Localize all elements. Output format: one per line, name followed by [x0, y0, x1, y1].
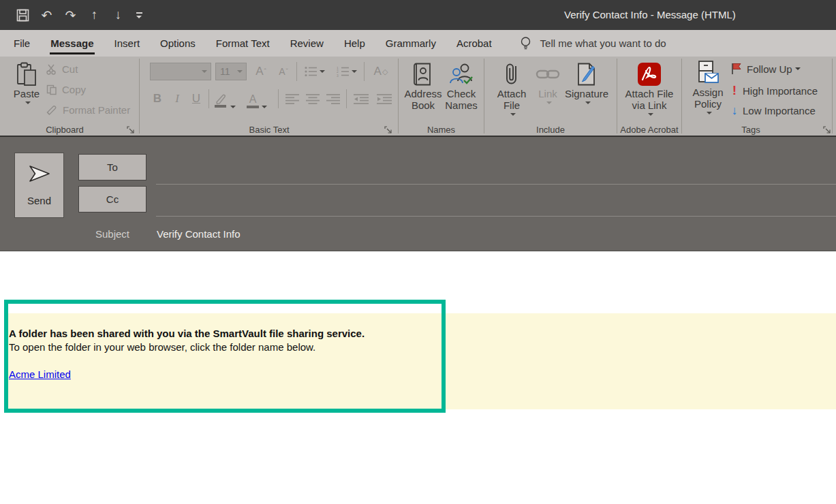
bold-button[interactable]: B	[150, 89, 165, 108]
tags-dialog-launcher-icon[interactable]	[823, 125, 832, 133]
format-painter-button[interactable]: Format Painter	[46, 104, 130, 116]
tab-help[interactable]: Help	[334, 30, 375, 57]
tab-message[interactable]: Message	[40, 30, 104, 57]
underline-button[interactable]: U	[188, 89, 204, 108]
control-separator	[278, 89, 279, 108]
basic-text-dialog-launcher-icon[interactable]	[384, 125, 393, 133]
follow-up-button[interactable]: Follow Up	[731, 63, 801, 75]
tab-file[interactable]: File	[3, 30, 40, 57]
move-down-icon[interactable]: ↓	[106, 0, 130, 30]
group-label-names: Names	[399, 125, 484, 135]
chevron-down-icon	[795, 67, 801, 70]
subject-value[interactable]: Verify Contact Info	[157, 228, 241, 240]
svg-text:3: 3	[337, 74, 339, 78]
chevron-down-icon	[707, 112, 712, 114]
customize-quick-access-icon[interactable]	[130, 0, 148, 30]
align-left-button[interactable]	[283, 91, 301, 107]
clear-formatting-button[interactable]: A◇	[369, 63, 392, 80]
check-names-button[interactable]: Check Names	[442, 61, 480, 111]
copy-icon	[46, 84, 57, 95]
high-importance-icon: !	[731, 83, 738, 98]
group-label-adobe-acrobat: Adobe Acrobat	[617, 125, 681, 135]
tab-review[interactable]: Review	[280, 30, 334, 57]
font-size-combobox[interactable]: 11	[215, 63, 247, 80]
group-tags: Assign Policy Follow Up ! High Importanc…	[682, 57, 836, 136]
chevron-down-icon	[546, 101, 552, 104]
font-size-value: 11	[216, 66, 234, 77]
font-name-combobox[interactable]	[150, 63, 211, 80]
tab-grammarly[interactable]: Grammarly	[375, 30, 446, 57]
chevron-down-icon	[202, 70, 207, 73]
undo-icon[interactable]: ↶	[35, 0, 59, 30]
paste-icon	[16, 61, 37, 88]
highlighter-icon	[214, 93, 228, 108]
subject-label: Subject	[95, 228, 129, 240]
shrink-font-button[interactable]: Aˇ	[274, 63, 293, 80]
lightbulb-icon	[520, 36, 531, 51]
ribbon: Paste Cut Copy Format Painter	[0, 57, 836, 137]
assign-policy-button[interactable]: Assign Policy	[687, 59, 728, 114]
window-title: Verify Contact Info - Message (HTML)	[564, 0, 736, 30]
attach-file-via-link-button[interactable]: Attach File via Link	[620, 61, 679, 116]
to-button[interactable]: To	[78, 154, 146, 180]
group-clipboard: Paste Cut Copy Format Painter	[0, 57, 139, 136]
clipboard-dialog-launcher-icon[interactable]	[127, 125, 136, 133]
tab-insert[interactable]: Insert	[104, 30, 151, 57]
chevron-down-icon	[230, 106, 236, 108]
italic-button[interactable]: I	[170, 89, 184, 108]
address-book-icon	[413, 61, 433, 88]
chevron-down-icon	[237, 70, 243, 73]
tab-format-text[interactable]: Format Text	[206, 30, 280, 57]
message-header: Send To Cc customername@company.com Subj…	[0, 137, 836, 251]
bullets-button[interactable]	[301, 63, 328, 80]
chevron-down-icon	[320, 70, 325, 73]
control-separator	[364, 62, 365, 81]
grow-font-button[interactable]: Aˆ	[251, 63, 270, 80]
paperclip-icon	[504, 61, 519, 88]
group-separator	[139, 59, 140, 133]
chevron-down-icon	[510, 113, 516, 116]
tab-acrobat[interactable]: Acrobat	[446, 30, 502, 57]
quick-access-toolbar: ↶ ↷ ↑ ↓	[0, 0, 148, 30]
flag-icon	[731, 63, 742, 75]
group-include: Attach File Link Signature Include	[484, 57, 617, 136]
group-label-tags: Tags	[682, 125, 820, 135]
cc-button[interactable]: Cc	[78, 186, 146, 212]
field-separator	[156, 216, 836, 217]
send-button[interactable]: Send	[14, 153, 64, 218]
low-importance-button[interactable]: ↓ Low Importance	[731, 104, 816, 118]
paste-button[interactable]: Paste	[10, 61, 44, 104]
move-up-icon[interactable]: ↑	[82, 0, 106, 30]
increase-indent-button[interactable]	[375, 91, 394, 107]
tell-me-label: Tell me what you want to do	[540, 37, 666, 49]
message-body[interactable]: A folder has been shared with you via th…	[0, 252, 836, 504]
control-separator	[346, 89, 347, 108]
font-color-button[interactable]: A	[247, 91, 274, 108]
tell-me-box[interactable]: Tell me what you want to do	[520, 36, 666, 51]
redo-icon[interactable]: ↷	[59, 0, 82, 30]
decrease-indent-button[interactable]	[352, 91, 371, 107]
chevron-down-icon	[585, 101, 591, 104]
chevron-down-icon	[262, 106, 267, 108]
attach-file-button[interactable]: Attach File	[494, 61, 529, 116]
scissors-icon	[46, 64, 57, 75]
tab-options[interactable]: Options	[150, 30, 206, 57]
address-book-button[interactable]: Address Book	[405, 61, 441, 111]
high-importance-button[interactable]: ! High Importance	[731, 83, 818, 98]
link-button[interactable]: Link	[533, 61, 562, 104]
outlook-compose-window: ↶ ↷ ↑ ↓ Verify Contact Info - Message (H…	[0, 0, 836, 504]
align-right-button[interactable]	[324, 91, 342, 107]
align-center-button[interactable]	[304, 91, 322, 107]
assign-policy-icon	[696, 59, 719, 86]
signature-icon	[575, 61, 598, 88]
copy-button[interactable]: Copy	[46, 84, 86, 95]
control-separator	[296, 62, 297, 81]
low-importance-icon: ↓	[731, 104, 738, 118]
cut-button[interactable]: Cut	[46, 63, 78, 75]
group-adobe-acrobat: Attach File via Link Adobe Acrobat	[617, 57, 681, 136]
text-highlight-button[interactable]	[214, 91, 243, 108]
signature-button[interactable]: Signature	[565, 61, 608, 104]
save-icon[interactable]	[11, 0, 35, 30]
group-label-clipboard: Clipboard	[0, 125, 129, 135]
numbering-button[interactable]: 123	[333, 63, 360, 80]
